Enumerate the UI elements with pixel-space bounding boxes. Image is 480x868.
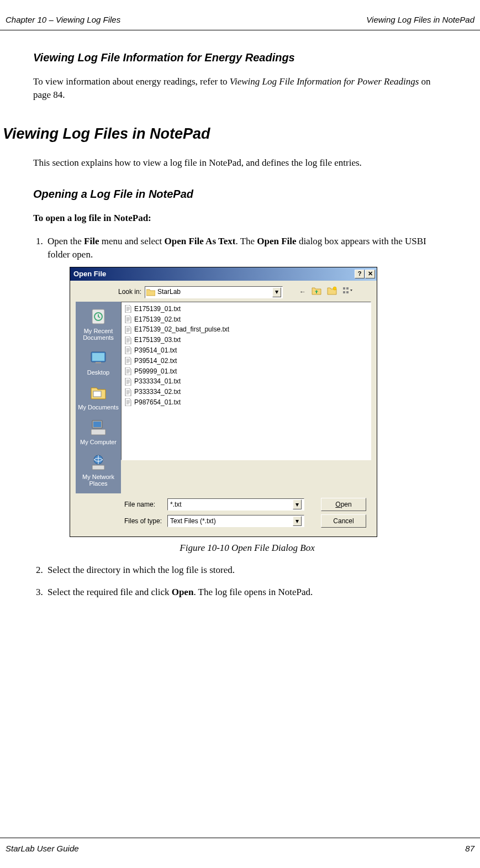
svg-rect-15	[92, 465, 104, 470]
filetype-label: Files of type:	[124, 517, 167, 526]
view-mode-icon[interactable]	[342, 286, 354, 298]
place-recent[interactable]: My Recent Documents	[77, 304, 120, 345]
place-computer[interactable]: My Computer	[77, 415, 120, 450]
place-desktop[interactable]: Desktop	[77, 345, 120, 380]
svg-rect-12	[93, 422, 101, 427]
dropdown-arrow-icon[interactable]: ▾	[272, 287, 281, 297]
cancel-button[interactable]: Cancel	[321, 514, 366, 528]
dialog-figure: Open File ? ✕ Look in:	[70, 267, 447, 538]
help-button[interactable]: ?	[355, 270, 365, 278]
toolbar-icons: ←	[299, 286, 354, 298]
file-item[interactable]: E175139_02_bad_first_pulse.txt	[123, 324, 369, 335]
step-1: Open the File menu and select Open File …	[45, 235, 447, 555]
header-left: Chapter 10 – Viewing Log Files	[6, 14, 120, 25]
page-header: Chapter 10 – Viewing Log Files Viewing L…	[0, 0, 480, 30]
filetype-row: Files of type: Text Files (*.txt) ▾ Canc…	[124, 514, 371, 528]
up-folder-icon[interactable]	[312, 286, 321, 298]
place-documents[interactable]: My Documents	[77, 380, 120, 415]
filetype-dropdown[interactable]: Text Files (*.txt) ▾	[167, 515, 304, 527]
dropdown-arrow-icon[interactable]: ▾	[293, 499, 302, 509]
svg-point-0	[333, 287, 336, 290]
main-intro: This section explains how to view a log …	[33, 156, 447, 170]
steps-list: Open the File menu and select Open File …	[33, 235, 447, 599]
lookin-row: Look in: StarLab ▾ ←	[114, 286, 371, 298]
network-places-icon	[89, 453, 108, 472]
file-item[interactable]: P39514_01.txt	[123, 345, 369, 356]
dialog-body: Look in: StarLab ▾ ←	[70, 281, 377, 537]
file-item[interactable]: E175139_03.txt	[123, 335, 369, 345]
step-3: Select the required file and click Open.…	[45, 586, 447, 599]
page-content: Viewing Log File Information for Energy …	[0, 50, 480, 599]
header-right: Viewing Log Files in NotePad	[366, 14, 474, 25]
svg-rect-1	[343, 287, 345, 290]
text-file-icon	[124, 377, 132, 386]
text-file-icon	[124, 356, 132, 365]
recent-documents-icon	[89, 307, 108, 326]
svg-rect-9	[96, 362, 101, 364]
footer-right: 87	[465, 843, 474, 854]
text-file-icon	[124, 367, 132, 376]
figure-caption: Figure 10-10 Open File Dialog Box	[48, 541, 447, 555]
file-item[interactable]: E175139_02.txt	[123, 314, 369, 325]
svg-rect-8	[92, 353, 104, 361]
dialog-titlebar: Open File ? ✕	[70, 267, 377, 281]
opening-heading: Opening a Log File in NotePad	[33, 186, 447, 202]
dropdown-arrow-icon[interactable]: ▾	[293, 516, 302, 526]
svg-rect-4	[346, 291, 349, 293]
energy-para: To view information about energy reading…	[33, 75, 447, 102]
svg-rect-10	[93, 391, 101, 397]
close-button[interactable]: ✕	[365, 270, 375, 278]
open-lead: To open a log file in NotePad:	[33, 212, 447, 225]
svg-rect-13	[91, 429, 106, 435]
text-file-icon	[124, 325, 132, 334]
filename-row: File name: *.txt ▾ Open	[124, 498, 371, 511]
titlebar-buttons: ? ✕	[355, 270, 375, 278]
energy-heading: Viewing Log File Information for Energy …	[33, 50, 447, 65]
lookin-dropdown[interactable]: StarLab ▾	[145, 286, 283, 298]
svg-rect-3	[346, 287, 349, 290]
bottom-rows: File name: *.txt ▾ Open Files of	[76, 493, 371, 528]
my-computer-icon	[89, 418, 108, 437]
filename-label: File name:	[124, 500, 167, 509]
back-icon[interactable]: ←	[299, 287, 306, 297]
footer-left: StarLab User Guide	[6, 843, 79, 854]
file-list[interactable]: E175139_01.txt E175139_02.txt E175139_02…	[121, 302, 371, 460]
lookin-value: StarLab	[157, 287, 272, 297]
main-heading: Viewing Log Files in NotePad	[3, 124, 447, 145]
desktop-icon	[89, 349, 108, 367]
text-file-icon	[124, 346, 132, 355]
step-2: Select the directory in which the log fi…	[45, 564, 447, 577]
file-item[interactable]: P333334_02.txt	[123, 387, 369, 397]
file-item[interactable]: P333334_01.txt	[123, 376, 369, 387]
text-file-icon	[124, 336, 132, 345]
open-button[interactable]: Open	[321, 498, 366, 511]
file-item[interactable]: P39514_02.txt	[123, 356, 369, 366]
my-documents-icon	[89, 383, 108, 402]
new-folder-icon[interactable]	[327, 286, 337, 298]
place-network[interactable]: My Network Places	[77, 450, 120, 491]
text-file-icon	[124, 304, 132, 313]
text-file-icon	[124, 315, 132, 324]
text-file-icon	[124, 398, 132, 407]
folder-icon	[146, 288, 155, 296]
file-area: My Recent Documents Desktop	[76, 302, 371, 494]
file-item[interactable]: P59999_01.txt	[123, 366, 369, 377]
text-file-icon	[124, 388, 132, 397]
lookin-label: Look in:	[114, 287, 145, 297]
svg-rect-2	[343, 291, 345, 293]
file-item[interactable]: E175139_01.txt	[123, 304, 369, 314]
page-footer: StarLab User Guide 87	[0, 838, 480, 854]
open-file-dialog: Open File ? ✕ Look in:	[70, 267, 377, 538]
places-bar: My Recent Documents Desktop	[76, 302, 121, 494]
dialog-title: Open File	[73, 269, 106, 279]
file-item[interactable]: P987654_01.txt	[123, 397, 369, 408]
filename-input[interactable]: *.txt ▾	[167, 498, 304, 511]
